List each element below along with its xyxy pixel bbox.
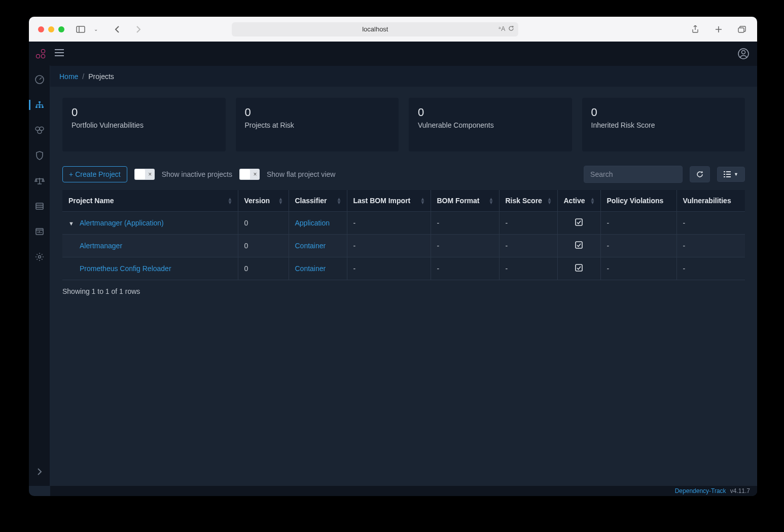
- svg-rect-37: [576, 242, 582, 248]
- projects-table: Project Name▲▼ Version▲▼ Classifier▲▼ La…: [62, 190, 745, 280]
- table-row: Prometheus Config Reloader 0 Container -…: [62, 257, 745, 280]
- svg-rect-30: [724, 171, 725, 172]
- cell-bom-format: -: [431, 235, 499, 257]
- new-tab-icon[interactable]: [712, 23, 725, 35]
- cell-last-bom: -: [347, 235, 431, 257]
- cell-risk-score: -: [499, 235, 557, 257]
- show-inactive-toggle[interactable]: ×: [134, 169, 155, 180]
- col-project-name[interactable]: Project Name▲▼: [62, 190, 238, 212]
- svg-rect-21: [36, 203, 43, 209]
- stat-label: Inherited Risk Score: [591, 121, 736, 129]
- stat-value: 0: [245, 106, 390, 119]
- svg-rect-4: [738, 28, 744, 32]
- sidebar-item-licenses[interactable]: [29, 174, 50, 188]
- col-classifier[interactable]: Classifier▲▼: [289, 190, 347, 212]
- svg-point-9: [742, 50, 745, 54]
- cell-classifier: Container: [289, 257, 347, 280]
- check-icon: [575, 242, 583, 250]
- col-policy-violations[interactable]: Policy Violations: [600, 190, 676, 212]
- cell-classifier: Application: [289, 212, 347, 235]
- col-last-bom[interactable]: Last BOM Import▲▼: [347, 190, 431, 212]
- refresh-icon: [696, 171, 703, 178]
- check-icon: [575, 265, 583, 273]
- cell-version: 0: [238, 235, 289, 257]
- table-row: ▼ Alertmanager (Application) 0 Applicati…: [62, 212, 745, 235]
- svg-point-29: [38, 256, 41, 258]
- svg-point-17: [38, 130, 42, 134]
- app-footer: Dependency-Track v4.11.7: [50, 486, 757, 496]
- stat-vulnerable-components: 0 Vulnerable Components: [409, 98, 572, 151]
- svg-rect-35: [726, 176, 731, 177]
- chevron-down-icon: ▼: [734, 172, 738, 177]
- reload-icon[interactable]: [508, 25, 514, 33]
- cell-active: [557, 257, 600, 280]
- traffic-lights: [38, 26, 64, 32]
- col-active[interactable]: Active▲▼: [557, 190, 600, 212]
- sidebar-item-reports[interactable]: [29, 224, 50, 239]
- share-icon[interactable]: [689, 23, 701, 35]
- col-version[interactable]: Version▲▼: [238, 190, 289, 212]
- table-row: Alertmanager 0 Container - - - - -: [62, 235, 745, 257]
- app-logo[interactable]: [36, 49, 47, 58]
- address-bar[interactable]: localhost ᵃA: [232, 22, 518, 36]
- classifier-link[interactable]: Container: [295, 242, 326, 250]
- menu-toggle-button[interactable]: [54, 49, 64, 58]
- back-button[interactable]: [111, 23, 123, 35]
- sidebar-item-projects[interactable]: [29, 98, 50, 112]
- svg-rect-38: [576, 264, 582, 271]
- sidebar-item-components[interactable]: [29, 123, 50, 137]
- tabs-icon[interactable]: [736, 23, 748, 35]
- project-link[interactable]: Alertmanager: [80, 242, 122, 250]
- tree-caret-icon[interactable]: ▼: [68, 220, 74, 226]
- col-bom-format[interactable]: BOM Format▲▼: [431, 190, 499, 212]
- user-menu-button[interactable]: [737, 47, 750, 60]
- columns-button[interactable]: ▼: [717, 167, 745, 182]
- svg-rect-33: [726, 174, 731, 175]
- stats-row: 0 Portfolio Vulnerabilities 0 Projects a…: [62, 98, 745, 151]
- cell-version: 0: [238, 257, 289, 280]
- footer-brand-link[interactable]: Dependency-Track: [675, 487, 726, 495]
- cell-last-bom: -: [347, 212, 431, 235]
- create-project-label: Create Project: [75, 170, 120, 178]
- refresh-button[interactable]: [690, 166, 710, 182]
- svg-rect-34: [724, 176, 725, 177]
- stat-inherited-risk-score: 0 Inherited Risk Score: [582, 98, 745, 151]
- col-vulnerabilities[interactable]: Vulnerabilities: [676, 190, 745, 212]
- maximize-window-button[interactable]: [58, 26, 64, 32]
- svg-rect-36: [576, 219, 582, 225]
- stat-projects-at-risk: 0 Projects at Risk: [236, 98, 399, 151]
- sidebar-item-vulnerabilities[interactable]: [29, 148, 50, 163]
- sidebar-item-admin[interactable]: [29, 250, 50, 264]
- pagination-info: Showing 1 to 1 of 1 rows: [62, 287, 745, 295]
- check-icon: [575, 219, 583, 227]
- sidebar-expand-button[interactable]: [29, 465, 50, 479]
- chevron-down-icon[interactable]: ⌄: [90, 23, 102, 35]
- col-risk-score[interactable]: Risk Score▲▼: [499, 190, 557, 212]
- list-icon: [724, 171, 731, 177]
- sidebar-item-policy[interactable]: [29, 199, 50, 213]
- minimize-window-button[interactable]: [48, 26, 54, 32]
- stat-label: Projects at Risk: [245, 121, 390, 129]
- show-flat-toggle[interactable]: ×: [239, 169, 260, 180]
- svg-rect-13: [39, 106, 41, 108]
- breadcrumb-home-link[interactable]: Home: [59, 72, 78, 81]
- cell-policy: -: [600, 257, 676, 280]
- cell-policy: -: [600, 212, 676, 235]
- forward-button[interactable]: [132, 23, 145, 35]
- project-link[interactable]: Alertmanager (Application): [80, 219, 164, 227]
- translate-icon[interactable]: ᵃA: [498, 25, 505, 33]
- sidebar-item-dashboard[interactable]: [29, 72, 50, 87]
- close-window-button[interactable]: [38, 26, 44, 32]
- stat-value: 0: [418, 106, 563, 119]
- project-link[interactable]: Prometheus Config Reloader: [80, 264, 171, 273]
- sidebar-toggle-icon[interactable]: [75, 23, 87, 35]
- cell-vuln: -: [676, 212, 745, 235]
- classifier-link[interactable]: Container: [295, 264, 326, 273]
- cell-version: 0: [238, 212, 289, 235]
- svg-rect-0: [77, 26, 85, 32]
- search-input[interactable]: [584, 166, 683, 183]
- cell-active: [557, 235, 600, 257]
- classifier-link[interactable]: Application: [295, 219, 330, 227]
- create-project-button[interactable]: + Create Project: [62, 166, 127, 182]
- breadcrumb: Home / Projects: [50, 65, 757, 87]
